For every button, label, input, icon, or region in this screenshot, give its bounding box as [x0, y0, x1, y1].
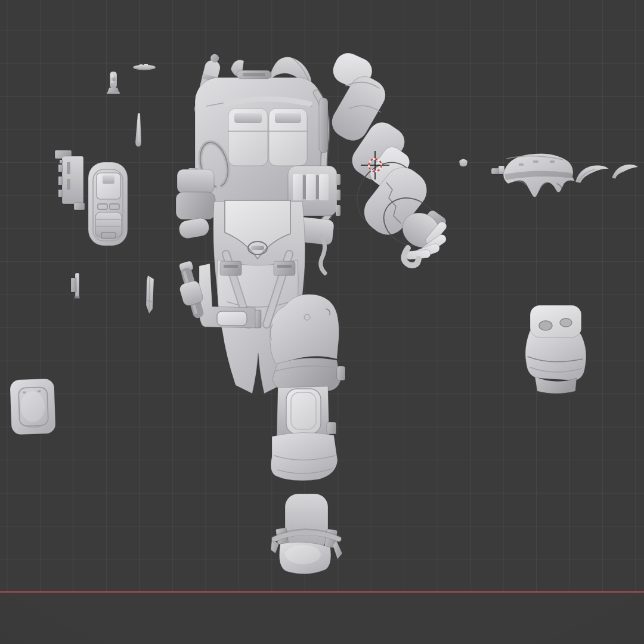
part-wing-1[interactable]: [575, 165, 609, 183]
part-arm-right[interactable]: [326, 49, 448, 265]
part-leg-right[interactable]: [525, 305, 586, 394]
part-wing-2[interactable]: [612, 165, 638, 179]
part-strip[interactable]: [146, 275, 154, 314]
3d-viewport[interactable]: [0, 0, 644, 644]
part-disc[interactable]: [133, 64, 156, 70]
part-back-plate[interactable]: [88, 162, 128, 246]
part-shin[interactable]: [271, 386, 338, 481]
part-cap[interactable]: [459, 159, 467, 167]
part-bracket[interactable]: [55, 150, 85, 210]
part-base-plate[interactable]: [10, 379, 55, 435]
part-canister[interactable]: [107, 72, 120, 94]
part-helmet[interactable]: [491, 153, 575, 197]
part-clip[interactable]: [71, 273, 80, 299]
part-rod[interactable]: [135, 113, 141, 147]
scene-objects-layer: [0, 0, 644, 644]
part-thigh[interactable]: [270, 294, 345, 391]
part-boot[interactable]: [271, 494, 342, 574]
